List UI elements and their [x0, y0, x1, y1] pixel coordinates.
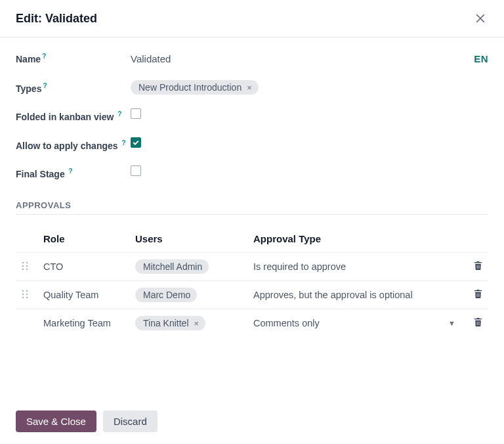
- folded-checkbox[interactable]: [131, 108, 141, 119]
- allow-changes-checkbox[interactable]: [131, 137, 141, 148]
- svg-point-4: [22, 265, 24, 267]
- help-icon[interactable]: ?: [117, 110, 121, 118]
- delete-row-button[interactable]: [473, 290, 483, 301]
- svg-point-9: [26, 290, 28, 292]
- delete-row-button[interactable]: [473, 262, 483, 273]
- svg-point-13: [26, 296, 28, 298]
- svg-point-6: [22, 268, 24, 270]
- approvals-section-title: APPROVALS: [16, 200, 488, 215]
- help-icon[interactable]: ?: [43, 82, 47, 89]
- role-cell[interactable]: CTO: [38, 253, 130, 281]
- help-icon[interactable]: ?: [42, 53, 46, 60]
- chevron-down-icon[interactable]: ▼: [448, 319, 455, 327]
- close-icon: [474, 12, 487, 25]
- allow-changes-label: Allow to apply changes ?: [16, 137, 131, 152]
- save-button[interactable]: Save & Close: [16, 411, 96, 432]
- language-selector[interactable]: EN: [474, 53, 488, 64]
- role-cell[interactable]: Quality Team: [38, 281, 130, 309]
- edit-stage-modal: Edit: Validated Name? Validated EN Types…: [0, 0, 504, 444]
- modal-footer: Save & Close Discard: [0, 403, 504, 444]
- name-input[interactable]: Validated: [131, 51, 474, 67]
- approval-type-cell[interactable]: Comments only: [253, 318, 320, 328]
- help-icon[interactable]: ?: [69, 167, 73, 175]
- modal-body: Name? Validated EN Types? New Product In…: [0, 37, 504, 403]
- svg-point-11: [26, 293, 28, 295]
- folded-label: Folded in kanban view ?: [16, 108, 131, 123]
- user-tag: Tina Knittel×: [135, 316, 205, 330]
- svg-point-10: [22, 293, 24, 295]
- discard-button[interactable]: Discard: [103, 411, 158, 432]
- role-cell[interactable]: Marketing Team: [38, 309, 130, 338]
- users-cell[interactable]: Mitchell Admin: [130, 253, 248, 281]
- modal-header: Edit: Validated: [0, 0, 504, 37]
- column-header-type: Approval Type: [248, 225, 466, 253]
- svg-point-8: [22, 290, 24, 292]
- table-row: Quality TeamMarc DemoApproves, but the a…: [16, 281, 488, 309]
- help-icon[interactable]: ?: [121, 139, 125, 146]
- name-label: Name?: [16, 51, 131, 66]
- approval-type-cell: Approves, but the approval is optional: [253, 290, 413, 300]
- svg-point-2: [22, 261, 24, 263]
- column-header-users: Users: [130, 225, 248, 253]
- drag-handle-icon[interactable]: [21, 290, 29, 301]
- delete-row-button[interactable]: [473, 319, 483, 329]
- svg-point-7: [26, 268, 28, 270]
- users-cell[interactable]: Marc Demo: [130, 281, 248, 309]
- final-stage-label: Final Stage ?: [16, 166, 131, 181]
- modal-title: Edit: Validated: [16, 12, 97, 26]
- column-header-role: Role: [38, 225, 130, 253]
- user-tag: Mitchell Admin: [135, 259, 209, 274]
- close-button[interactable]: [472, 11, 488, 26]
- types-field[interactable]: New Product Introduction ×: [131, 80, 488, 95]
- svg-point-12: [22, 296, 24, 298]
- table-row: CTOMitchell AdminIs required to approve: [16, 253, 488, 281]
- approvals-table: Role Users Approval Type CTOMitchell Adm…: [16, 225, 488, 337]
- table-row: Marketing TeamTina Knittel×Comments only…: [16, 309, 488, 338]
- svg-point-3: [26, 261, 28, 263]
- types-label: Types?: [16, 80, 131, 95]
- user-tag: Marc Demo: [135, 288, 197, 302]
- final-stage-checkbox[interactable]: [131, 166, 141, 176]
- svg-point-5: [26, 265, 28, 267]
- approval-type-cell: Is required to approve: [253, 261, 346, 272]
- type-tag: New Product Introduction ×: [131, 80, 259, 95]
- remove-tag-icon[interactable]: ×: [247, 83, 252, 93]
- drag-handle-icon[interactable]: [21, 262, 29, 273]
- remove-tag-icon[interactable]: ×: [194, 319, 200, 328]
- check-icon: [132, 139, 140, 146]
- users-cell[interactable]: Tina Knittel×: [130, 309, 248, 338]
